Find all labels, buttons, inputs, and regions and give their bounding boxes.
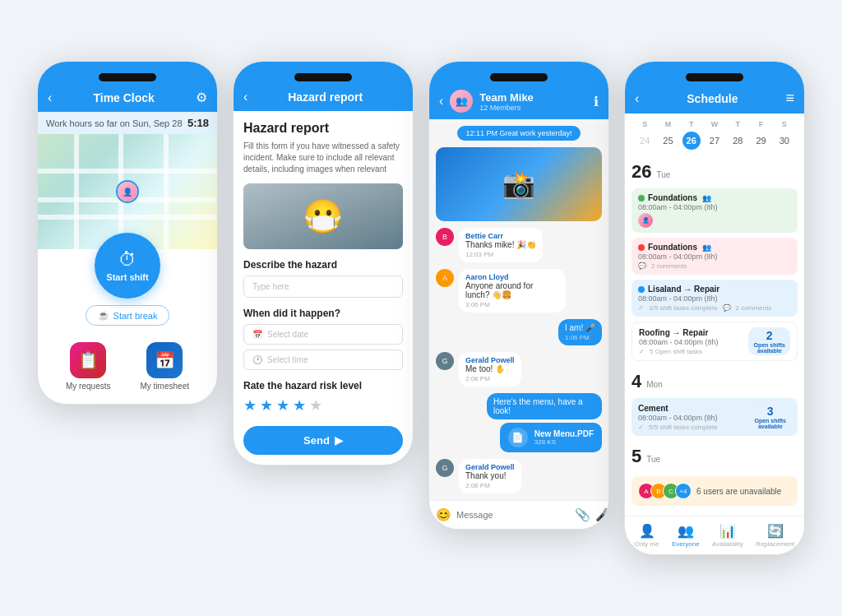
star-1[interactable]: ★ [243, 396, 257, 415]
star-2[interactable]: ★ [260, 396, 273, 415]
hazard-body: Hazard report Fill this form if you have… [234, 111, 413, 465]
bettie-time: 12:03 PM [465, 251, 536, 258]
my-requests-label: My requests [66, 382, 110, 391]
phone-notch-4 [625, 62, 804, 85]
star-4[interactable]: ★ [293, 396, 306, 415]
cal-date-29[interactable]: 29 [752, 132, 770, 150]
roofing-label: Roofing → Repair [639, 328, 708, 337]
schedule-list: 26 Tue Foundations 👥 08:00am - 04:00pm (… [625, 156, 804, 516]
hazard-form-desc: Fill this form if you have witnessed a s… [243, 141, 403, 175]
star-5[interactable]: ★ [309, 396, 322, 415]
card-title-cement: Cement [638, 404, 718, 413]
sched-card-cement[interactable]: Cement 08:00am - 04:00pm (8h) ✓ 5/5 shif… [632, 398, 798, 436]
my-requests-action[interactable]: 📋 My requests [66, 342, 110, 391]
info-icon[interactable]: ℹ [594, 94, 599, 109]
file-icon: 📄 [508, 428, 528, 447]
sched-card-roofing[interactable]: Roofing → Repair 08:00am - 04:00pm (8h) … [632, 322, 798, 361]
map-avatar: 👤 [118, 182, 137, 201]
notch-bar-1 [99, 73, 156, 81]
chat-input[interactable] [456, 510, 570, 520]
attachment-icon[interactable]: 📎 [575, 507, 590, 522]
map-view: 👤 [38, 134, 217, 249]
gerald-avatar-2: G [436, 459, 454, 477]
chat-back-icon[interactable]: ‹ [439, 94, 443, 109]
calendar-icon: 📅 [252, 330, 262, 339]
start-break-button[interactable]: ☕ Start break [86, 305, 170, 326]
foundations-1-time: 08:00am - 04:00pm (8h) [638, 203, 791, 211]
cal-date-24[interactable]: 24 [636, 132, 654, 150]
my-timesheet-label: My timesheet [141, 382, 189, 391]
sched-num-4: 4 [632, 371, 641, 392]
cal-date-30[interactable]: 30 [775, 132, 793, 150]
date-time-fields: 📅 Select date 🕐 Select time [243, 324, 403, 370]
mic-icon[interactable]: 🎤 [595, 507, 609, 522]
only-me-label: Only me [635, 540, 659, 548]
cement-meta: ✓ 5/5 shift tasks complete [638, 424, 718, 431]
me-time-1: 1:06 PM [565, 334, 595, 341]
tasks-icon-l: ✓ [638, 304, 644, 312]
start-shift-label: Start shift [106, 272, 148, 282]
date-field[interactable]: 📅 Select date [243, 324, 403, 345]
gear-icon[interactable]: ⚙ [196, 90, 207, 105]
footer-everyone[interactable]: 👥 Everyone [672, 523, 700, 548]
cement-info: Cement 08:00am - 04:00pm (8h) ✓ 5/5 shif… [638, 404, 718, 431]
day-m: M [656, 120, 679, 128]
footer-replacement[interactable]: 🔄 Replacement [756, 523, 794, 548]
calendar-view: S M T W T F S 24 25 26 27 28 29 30 [625, 113, 804, 156]
risk-stars[interactable]: ★ ★ ★ ★ ★ [243, 396, 403, 415]
start-shift-button[interactable]: ⏱ Start shift [95, 233, 160, 299]
group-photo: 📸 [436, 147, 602, 221]
availability-label: Availability [712, 540, 743, 548]
file-attachment[interactable]: 📄 New Menu.PDF 328 KS [500, 423, 602, 452]
calendar-day-labels: S M T W T F S [633, 120, 796, 128]
send-button[interactable]: Send ▶ [243, 426, 403, 455]
schedule-menu-icon[interactable]: ≡ [785, 90, 794, 107]
bottom-actions: 📋 My requests 📅 My timesheet [38, 336, 217, 404]
foundations-2-time: 08:00am - 04:00pm (8h) [638, 252, 791, 261]
calendar-dates: 24 25 26 27 28 29 30 [633, 132, 796, 150]
clock-icon: ⏱ [118, 249, 136, 271]
unavail-av-plus: +4 [675, 483, 692, 499]
phone-schedule: ‹ Schedule ≡ S M T W T F S 24 25 26 27 2… [624, 61, 805, 555]
dot-foundations-1 [638, 195, 645, 201]
my-requests-icon: 📋 [70, 342, 106, 378]
cement-tasks: 5/5 shift tasks complete [649, 424, 718, 431]
emoji-icon[interactable]: 😊 [436, 507, 451, 522]
time-field[interactable]: 🕐 Select time [243, 350, 403, 370]
gerald-bubble-1: Gerald Powell Me too! ✋ 2:08 PM [459, 352, 521, 387]
map-pin: 👤 [116, 180, 139, 203]
availability-icon: 📊 [719, 523, 736, 539]
footer-availability[interactable]: 📊 Availability [712, 523, 743, 548]
time-placeholder: Select time [267, 355, 308, 364]
star-3[interactable]: ★ [276, 396, 289, 415]
sched-card-foundations-1[interactable]: Foundations 👥 08:00am - 04:00pm (8h) 👤 [632, 188, 798, 233]
roofing-tasks: 5 Open shift tasks [650, 348, 702, 355]
cal-date-27[interactable]: 27 [706, 132, 724, 150]
unavail-avatars: A B C +4 [638, 483, 692, 499]
back-icon[interactable]: ‹ [48, 90, 52, 105]
foundations-1-avatar: 👤 [638, 213, 653, 228]
bettie-name: Bettie Carr [465, 232, 536, 240]
aaron-name: Aaron Lloyd [465, 273, 559, 281]
footer-only-me[interactable]: 👤 Only me [635, 523, 659, 548]
everyone-icon: 👥 [678, 523, 694, 539]
work-hours-time: 5:18 [187, 117, 209, 129]
break-icon: ☕ [98, 310, 109, 321]
gerald-time-2: 2:08 PM [465, 482, 515, 489]
sched-card-lisaland[interactable]: Lisaland → Repair 08:00am - 04:00pm (8h)… [632, 280, 798, 317]
my-timesheet-icon: 📅 [146, 342, 183, 378]
schedule-title: Schedule [639, 92, 785, 105]
cal-date-28[interactable]: 28 [729, 132, 747, 150]
sched-date-5: 5 Tue [632, 446, 798, 467]
sched-day-26: Tue [656, 170, 670, 179]
foundations-2-icon: 👥 [702, 243, 711, 252]
describe-hazard-placeholder: Type here [252, 282, 289, 291]
gerald-bubble-2: Gerald Powell Thank you! 2:08 PM [459, 459, 521, 493]
roofing-info: Roofing → Repair 08:00am - 04:00pm (8h) … [639, 328, 719, 355]
describe-hazard-input[interactable]: Type here [243, 276, 403, 298]
cal-date-25[interactable]: 25 [659, 132, 677, 150]
cal-date-26[interactable]: 26 [682, 132, 701, 150]
sched-card-foundations-2[interactable]: Foundations 👥 08:00am - 04:00pm (8h) 💬 2… [632, 238, 798, 275]
my-timesheet-action[interactable]: 📅 My timesheet [141, 342, 189, 391]
tasks-icon-r: ✓ [639, 348, 645, 355]
